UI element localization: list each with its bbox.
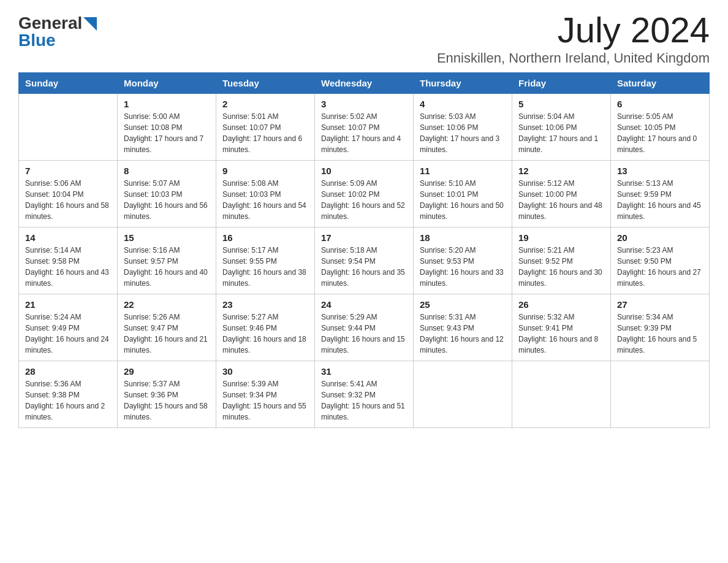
day-number: 28 [25, 366, 111, 377]
day-info: Sunrise: 5:01 AMSunset: 10:07 PMDaylight… [222, 111, 308, 155]
table-row: 30Sunrise: 5:39 AMSunset: 9:34 PMDayligh… [216, 361, 315, 428]
day-number: 9 [222, 166, 308, 176]
day-number: 31 [321, 366, 407, 377]
calendar-week-row: 14Sunrise: 5:14 AMSunset: 9:58 PMDayligh… [19, 228, 710, 294]
day-info: Sunrise: 5:16 AMSunset: 9:57 PMDaylight:… [124, 245, 210, 289]
day-number: 30 [222, 366, 308, 377]
svg-marker-0 [83, 17, 97, 31]
day-info: Sunrise: 5:37 AMSunset: 9:36 PMDaylight:… [124, 378, 210, 423]
col-monday: Monday [118, 73, 216, 94]
day-info: Sunrise: 5:02 AMSunset: 10:07 PMDaylight… [321, 111, 407, 155]
table-row: 26Sunrise: 5:32 AMSunset: 9:41 PMDayligh… [512, 294, 611, 361]
table-row: 2Sunrise: 5:01 AMSunset: 10:07 PMDayligh… [216, 94, 315, 161]
day-number: 18 [420, 232, 506, 243]
day-info: Sunrise: 5:26 AMSunset: 9:47 PMDaylight:… [124, 312, 210, 356]
page-header: General Blue July 2024 Enniskillen, Nort… [18, 12, 710, 66]
day-number: 20 [617, 232, 703, 243]
col-tuesday: Tuesday [216, 73, 315, 94]
day-info: Sunrise: 5:23 AMSunset: 9:50 PMDaylight:… [617, 245, 703, 289]
day-info: Sunrise: 5:32 AMSunset: 9:41 PMDaylight:… [518, 312, 604, 356]
day-info: Sunrise: 5:04 AMSunset: 10:06 PMDaylight… [518, 111, 604, 155]
table-row: 8Sunrise: 5:07 AMSunset: 10:03 PMDayligh… [118, 161, 216, 228]
table-row: 18Sunrise: 5:20 AMSunset: 9:53 PMDayligh… [414, 228, 512, 294]
table-row: 28Sunrise: 5:36 AMSunset: 9:38 PMDayligh… [19, 361, 118, 428]
day-number: 21 [25, 299, 111, 310]
calendar-week-row: 28Sunrise: 5:36 AMSunset: 9:38 PMDayligh… [19, 361, 710, 428]
day-info: Sunrise: 5:41 AMSunset: 9:32 PMDaylight:… [321, 378, 407, 423]
day-info: Sunrise: 5:36 AMSunset: 9:38 PMDaylight:… [25, 378, 111, 423]
location-subtitle: Enniskillen, Northern Ireland, United Ki… [437, 50, 710, 66]
day-number: 5 [518, 99, 604, 109]
day-number: 13 [617, 166, 703, 176]
day-number: 6 [617, 99, 703, 109]
table-row: 12Sunrise: 5:12 AMSunset: 10:00 PMDaylig… [512, 161, 611, 228]
table-row: 23Sunrise: 5:27 AMSunset: 9:46 PMDayligh… [216, 294, 315, 361]
day-number: 7 [25, 166, 111, 176]
day-info: Sunrise: 5:20 AMSunset: 9:53 PMDaylight:… [420, 245, 506, 289]
day-number: 4 [420, 99, 506, 109]
table-row: 21Sunrise: 5:24 AMSunset: 9:49 PMDayligh… [19, 294, 118, 361]
col-sunday: Sunday [19, 73, 118, 94]
logo-general: General [18, 15, 82, 32]
day-info: Sunrise: 5:00 AMSunset: 10:08 PMDaylight… [124, 111, 210, 155]
day-info: Sunrise: 5:18 AMSunset: 9:54 PMDaylight:… [321, 245, 407, 289]
logo-blue: Blue [18, 31, 56, 50]
calendar-week-row: 1Sunrise: 5:00 AMSunset: 10:08 PMDayligh… [19, 94, 710, 161]
day-info: Sunrise: 5:12 AMSunset: 10:00 PMDaylight… [518, 178, 604, 222]
day-number: 15 [124, 232, 210, 243]
day-number: 29 [124, 366, 210, 377]
table-row: 15Sunrise: 5:16 AMSunset: 9:57 PMDayligh… [118, 228, 216, 294]
table-row: 4Sunrise: 5:03 AMSunset: 10:06 PMDayligh… [414, 94, 512, 161]
day-info: Sunrise: 5:10 AMSunset: 10:01 PMDaylight… [420, 178, 506, 222]
day-number: 14 [25, 232, 111, 243]
day-info: Sunrise: 5:03 AMSunset: 10:06 PMDaylight… [420, 111, 506, 155]
day-info: Sunrise: 5:14 AMSunset: 9:58 PMDaylight:… [25, 245, 111, 289]
day-info: Sunrise: 5:06 AMSunset: 10:04 PMDaylight… [25, 178, 111, 222]
day-number: 3 [321, 99, 407, 109]
col-thursday: Thursday [414, 73, 512, 94]
day-number: 1 [124, 99, 210, 109]
table-row: 9Sunrise: 5:08 AMSunset: 10:03 PMDayligh… [216, 161, 315, 228]
day-number: 27 [617, 299, 703, 310]
day-info: Sunrise: 5:05 AMSunset: 10:05 PMDaylight… [617, 111, 703, 155]
table-row: 11Sunrise: 5:10 AMSunset: 10:01 PMDaylig… [414, 161, 512, 228]
table-row: 19Sunrise: 5:21 AMSunset: 9:52 PMDayligh… [512, 228, 611, 294]
table-row: 10Sunrise: 5:09 AMSunset: 10:02 PMDaylig… [315, 161, 414, 228]
day-number: 19 [518, 232, 604, 243]
day-number: 24 [321, 299, 407, 310]
day-number: 17 [321, 232, 407, 243]
month-title: July 2024 [437, 12, 710, 48]
day-number: 11 [420, 166, 506, 176]
day-number: 25 [420, 299, 506, 310]
table-row: 22Sunrise: 5:26 AMSunset: 9:47 PMDayligh… [118, 294, 216, 361]
table-row: 24Sunrise: 5:29 AMSunset: 9:44 PMDayligh… [315, 294, 414, 361]
day-info: Sunrise: 5:07 AMSunset: 10:03 PMDaylight… [124, 178, 210, 222]
day-number: 22 [124, 299, 210, 310]
day-info: Sunrise: 5:29 AMSunset: 9:44 PMDaylight:… [321, 312, 407, 356]
table-row [19, 94, 118, 161]
col-wednesday: Wednesday [315, 73, 414, 94]
day-info: Sunrise: 5:08 AMSunset: 10:03 PMDaylight… [222, 178, 308, 222]
day-number: 16 [222, 232, 308, 243]
table-row: 20Sunrise: 5:23 AMSunset: 9:50 PMDayligh… [611, 228, 710, 294]
col-saturday: Saturday [611, 73, 710, 94]
table-row [414, 361, 512, 428]
table-row: 13Sunrise: 5:13 AMSunset: 9:59 PMDayligh… [611, 161, 710, 228]
table-row: 14Sunrise: 5:14 AMSunset: 9:58 PMDayligh… [19, 228, 118, 294]
table-row: 7Sunrise: 5:06 AMSunset: 10:04 PMDayligh… [19, 161, 118, 228]
day-info: Sunrise: 5:24 AMSunset: 9:49 PMDaylight:… [25, 312, 111, 356]
table-row: 27Sunrise: 5:34 AMSunset: 9:39 PMDayligh… [611, 294, 710, 361]
calendar-week-row: 7Sunrise: 5:06 AMSunset: 10:04 PMDayligh… [19, 161, 710, 228]
day-info: Sunrise: 5:21 AMSunset: 9:52 PMDaylight:… [518, 245, 604, 289]
calendar-table: Sunday Monday Tuesday Wednesday Thursday… [18, 72, 710, 428]
table-row: 25Sunrise: 5:31 AMSunset: 9:43 PMDayligh… [414, 294, 512, 361]
logo: General Blue [18, 12, 97, 50]
day-info: Sunrise: 5:09 AMSunset: 10:02 PMDaylight… [321, 178, 407, 222]
table-row: 17Sunrise: 5:18 AMSunset: 9:54 PMDayligh… [315, 228, 414, 294]
day-info: Sunrise: 5:13 AMSunset: 9:59 PMDaylight:… [617, 178, 703, 222]
col-friday: Friday [512, 73, 611, 94]
table-row: 3Sunrise: 5:02 AMSunset: 10:07 PMDayligh… [315, 94, 414, 161]
calendar-header-row: Sunday Monday Tuesday Wednesday Thursday… [19, 73, 710, 94]
title-block: July 2024 Enniskillen, Northern Ireland,… [437, 12, 710, 66]
table-row: 31Sunrise: 5:41 AMSunset: 9:32 PMDayligh… [315, 361, 414, 428]
